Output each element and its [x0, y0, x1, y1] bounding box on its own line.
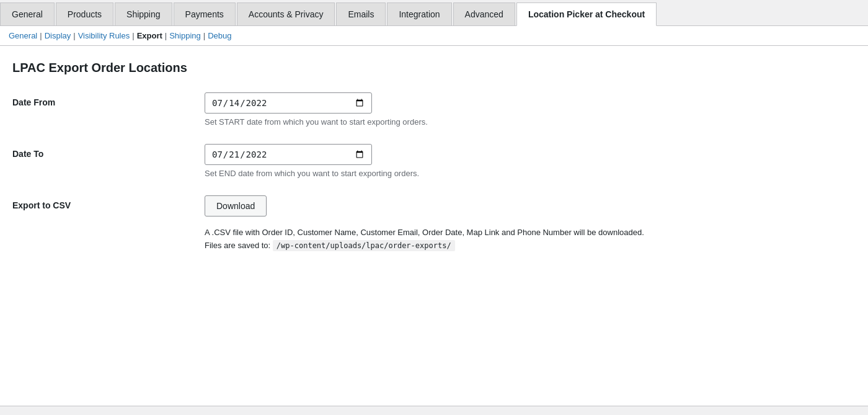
tab-shipping[interactable]: Shipping: [115, 2, 172, 25]
date-to-input[interactable]: [205, 144, 372, 165]
subnav-debug[interactable]: Debug: [208, 31, 231, 40]
subnav-general[interactable]: General: [9, 31, 37, 40]
export-csv-field: Download A .CSV file with Order ID, Cust…: [205, 195, 856, 252]
save-bar: Save changes: [0, 406, 868, 415]
date-from-row: Date From Set START date from which you …: [12, 92, 856, 127]
export-csv-label: Export to CSV: [12, 195, 205, 210]
csv-path: /wp-content/uploads/lpac/order-exports/: [273, 240, 455, 251]
date-to-label: Date To: [12, 144, 205, 159]
tab-integration[interactable]: Integration: [387, 2, 451, 25]
date-to-field: Set END date from which you want to star…: [205, 144, 856, 178]
date-to-help: Set END date from which you want to star…: [205, 169, 856, 178]
sep-4: |: [165, 31, 167, 40]
page-title: LPAC Export Order Locations: [12, 61, 856, 75]
tab-location-picker[interactable]: Location Picker at Checkout: [516, 2, 657, 26]
date-from-help: Set START date from which you want to st…: [205, 117, 856, 127]
csv-help: A .CSV file with Order ID, Customer Name…: [205, 226, 856, 252]
csv-help-line1: A .CSV file with Order ID, Customer Name…: [205, 228, 644, 237]
subnav-visibility-rules[interactable]: Visibility Rules: [78, 31, 130, 40]
tab-general[interactable]: General: [0, 2, 55, 25]
sep-3: |: [132, 31, 134, 40]
tab-advanced[interactable]: Advanced: [453, 2, 515, 25]
date-from-input[interactable]: [205, 92, 372, 114]
date-to-row: Date To Set END date from which you want…: [12, 144, 856, 178]
subnav-shipping[interactable]: Shipping: [169, 31, 201, 40]
main-content: LPAC Export Order Locations Date From Se…: [0, 46, 868, 406]
download-button[interactable]: Download: [205, 195, 267, 216]
date-from-field: Set START date from which you want to st…: [205, 92, 856, 127]
export-csv-row: Export to CSV Download A .CSV file with …: [12, 195, 856, 252]
tab-products[interactable]: Products: [56, 2, 113, 25]
sub-nav: General | Display | Visibility Rules | E…: [0, 26, 868, 46]
sep-5: |: [203, 31, 205, 40]
tab-emails[interactable]: Emails: [336, 2, 386, 25]
top-tabs: General Products Shipping Payments Accou…: [0, 0, 868, 26]
subnav-display[interactable]: Display: [45, 31, 71, 40]
csv-help-line2: Files are saved to:: [205, 241, 270, 250]
subnav-export[interactable]: Export: [137, 31, 162, 40]
date-from-label: Date From: [12, 92, 205, 107]
tab-payments[interactable]: Payments: [174, 2, 236, 25]
sep-2: |: [73, 31, 75, 40]
sep-1: |: [40, 31, 42, 40]
tab-accounts-privacy[interactable]: Accounts & Privacy: [237, 2, 335, 25]
